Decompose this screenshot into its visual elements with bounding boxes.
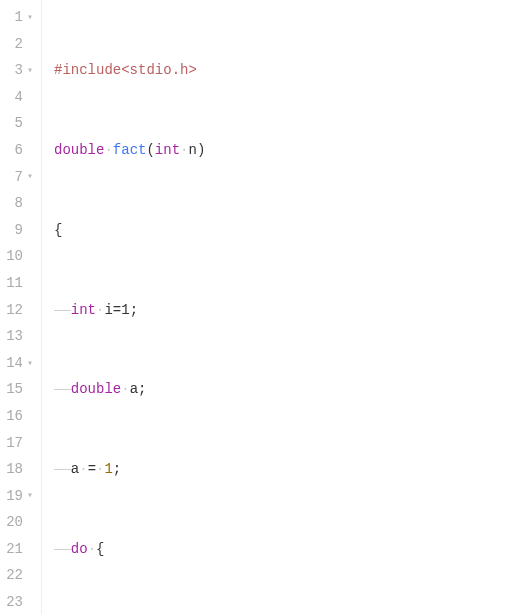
gutter-row: 21 bbox=[0, 536, 41, 563]
code-line: ――a·=·1; bbox=[54, 456, 399, 483]
gutter-row: 1▾ bbox=[0, 4, 41, 31]
line-number: 2 bbox=[3, 31, 23, 58]
line-number: 4 bbox=[3, 84, 23, 111]
fold-toggle-icon[interactable]: ▾ bbox=[23, 354, 37, 373]
line-number: 12 bbox=[3, 297, 23, 324]
line-number: 14 bbox=[3, 350, 23, 377]
line-number: 20 bbox=[3, 509, 23, 536]
line-number: 6 bbox=[3, 137, 23, 164]
gutter-row: 5 bbox=[0, 110, 41, 137]
gutter-row: 17 bbox=[0, 430, 41, 457]
code-line: ――int·i=1; bbox=[54, 297, 399, 324]
line-number: 9 bbox=[3, 217, 23, 244]
line-number: 18 bbox=[3, 456, 23, 483]
code-line: double·fact(int·n) bbox=[54, 137, 399, 164]
gutter-row: 20 bbox=[0, 509, 41, 536]
line-number: 11 bbox=[3, 270, 23, 297]
line-number: 15 bbox=[3, 376, 23, 403]
gutter-row: 23 bbox=[0, 589, 41, 614]
gutter-row: 15 bbox=[0, 376, 41, 403]
gutter-row: 16 bbox=[0, 403, 41, 430]
fold-toggle-icon[interactable]: ▾ bbox=[23, 8, 37, 27]
gutter-row: 19▾ bbox=[0, 483, 41, 510]
line-gutter: 1▾ 2 3▾ 4 5 6 7▾ 8 9 10 11 12 13 14▾ 15 … bbox=[0, 0, 42, 614]
line-number: 7 bbox=[3, 164, 23, 191]
code-editor[interactable]: 1▾ 2 3▾ 4 5 6 7▾ 8 9 10 11 12 13 14▾ 15 … bbox=[0, 0, 522, 614]
code-line: ――do·{ bbox=[54, 536, 399, 563]
gutter-row: 9 bbox=[0, 217, 41, 244]
line-number: 19 bbox=[3, 483, 23, 510]
gutter-row: 2 bbox=[0, 31, 41, 58]
fold-toggle-icon[interactable]: ▾ bbox=[23, 61, 37, 80]
gutter-row: 8 bbox=[0, 190, 41, 217]
gutter-row: 11 bbox=[0, 270, 41, 297]
line-number: 8 bbox=[3, 190, 23, 217]
code-line: ――double·a; bbox=[54, 376, 399, 403]
line-number: 1 bbox=[3, 4, 23, 31]
gutter-row: 14▾ bbox=[0, 350, 41, 377]
line-number: 23 bbox=[3, 589, 23, 614]
code-line: #include<stdio.h> bbox=[54, 57, 399, 84]
line-number: 5 bbox=[3, 110, 23, 137]
gutter-row: 3▾ bbox=[0, 57, 41, 84]
line-number: 13 bbox=[3, 323, 23, 350]
code-area[interactable]: #include<stdio.h> double·fact(int·n) { ―… bbox=[42, 0, 399, 614]
gutter-row: 4 bbox=[0, 84, 41, 111]
line-number: 21 bbox=[3, 536, 23, 563]
gutter-row: 18 bbox=[0, 456, 41, 483]
gutter-row: 12 bbox=[0, 297, 41, 324]
gutter-row: 6 bbox=[0, 137, 41, 164]
gutter-row: 22 bbox=[0, 562, 41, 589]
line-number: 10 bbox=[3, 243, 23, 270]
gutter-row: 10 bbox=[0, 243, 41, 270]
gutter-row: 7▾ bbox=[0, 164, 41, 191]
fold-toggle-icon[interactable]: ▾ bbox=[23, 486, 37, 505]
gutter-row: 13 bbox=[0, 323, 41, 350]
code-line: { bbox=[54, 217, 399, 244]
line-number: 17 bbox=[3, 430, 23, 457]
line-number: 22 bbox=[3, 562, 23, 589]
line-number: 3 bbox=[3, 57, 23, 84]
fold-toggle-icon[interactable]: ▾ bbox=[23, 167, 37, 186]
line-number: 16 bbox=[3, 403, 23, 430]
